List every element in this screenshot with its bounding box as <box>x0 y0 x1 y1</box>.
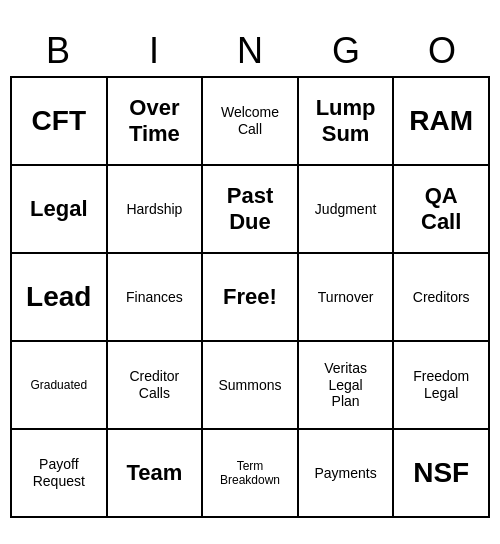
cell-r2-c0: Lead <box>12 254 108 342</box>
cell-text: Finances <box>126 289 183 306</box>
cell-text: NSF <box>413 456 469 490</box>
cell-text: LumpSum <box>316 95 376 148</box>
cell-r1-c3: Judgment <box>299 166 395 254</box>
cell-r0-c1: OverTime <box>108 78 204 166</box>
cell-r0-c0: CFT <box>12 78 108 166</box>
cell-text: QACall <box>421 183 461 236</box>
cell-text: WelcomeCall <box>221 104 279 138</box>
bingo-grid: CFTOverTimeWelcomeCallLumpSumRAMLegalHar… <box>10 76 490 518</box>
header-letter: B <box>10 26 106 76</box>
cell-text: TermBreakdown <box>220 459 280 488</box>
header-letter: I <box>106 26 202 76</box>
cell-text: OverTime <box>129 95 180 148</box>
header-letter: N <box>202 26 298 76</box>
cell-r3-c1: CreditorCalls <box>108 342 204 430</box>
cell-r2-c2: Free! <box>203 254 299 342</box>
bingo-card: BINGO CFTOverTimeWelcomeCallLumpSumRAMLe… <box>10 26 490 518</box>
cell-text: Lead <box>26 280 91 314</box>
header-letter: G <box>298 26 394 76</box>
cell-text: Legal <box>30 196 87 222</box>
cell-text: VeritasLegalPlan <box>324 360 367 410</box>
cell-r2-c4: Creditors <box>394 254 490 342</box>
cell-text: CFT <box>32 104 86 138</box>
cell-r0-c3: LumpSum <box>299 78 395 166</box>
cell-text: Summons <box>218 377 281 394</box>
cell-text: FreedomLegal <box>413 368 469 402</box>
cell-r3-c0: Graduated <box>12 342 108 430</box>
cell-r0-c2: WelcomeCall <box>203 78 299 166</box>
cell-r1-c2: PastDue <box>203 166 299 254</box>
cell-r4-c3: Payments <box>299 430 395 518</box>
cell-r4-c4: NSF <box>394 430 490 518</box>
cell-r2-c1: Finances <box>108 254 204 342</box>
cell-r3-c4: FreedomLegal <box>394 342 490 430</box>
cell-text: PastDue <box>227 183 273 236</box>
cell-text: Free! <box>223 284 277 310</box>
cell-text: PayoffRequest <box>33 456 85 490</box>
cell-text: Team <box>126 460 182 486</box>
cell-r4-c1: Team <box>108 430 204 518</box>
cell-text: CreditorCalls <box>129 368 179 402</box>
cell-text: Judgment <box>315 201 376 218</box>
cell-text: Turnover <box>318 289 374 306</box>
cell-r1-c0: Legal <box>12 166 108 254</box>
cell-text: Payments <box>314 465 376 482</box>
cell-text: Creditors <box>413 289 470 306</box>
bingo-header: BINGO <box>10 26 490 76</box>
cell-r3-c2: Summons <box>203 342 299 430</box>
cell-r4-c0: PayoffRequest <box>12 430 108 518</box>
cell-r4-c2: TermBreakdown <box>203 430 299 518</box>
header-letter: O <box>394 26 490 76</box>
cell-r2-c3: Turnover <box>299 254 395 342</box>
cell-r1-c1: Hardship <box>108 166 204 254</box>
cell-text: Graduated <box>30 378 87 392</box>
cell-text: RAM <box>409 104 473 138</box>
cell-r3-c3: VeritasLegalPlan <box>299 342 395 430</box>
cell-r1-c4: QACall <box>394 166 490 254</box>
cell-r0-c4: RAM <box>394 78 490 166</box>
cell-text: Hardship <box>126 201 182 218</box>
